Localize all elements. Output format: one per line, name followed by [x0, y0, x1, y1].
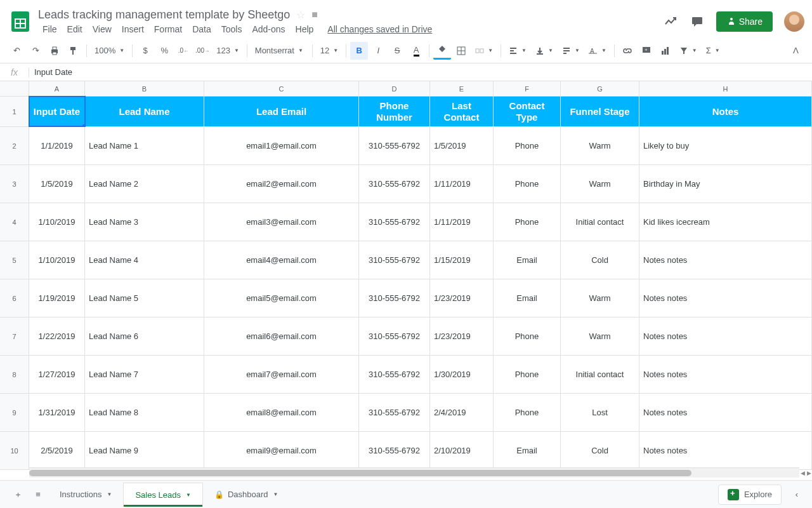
paint-format-button[interactable] — [65, 42, 82, 60]
cell[interactable]: email7@email.com — [204, 356, 359, 393]
row-header-1[interactable]: 1 — [0, 97, 29, 126]
tab-dashboard[interactable]: 🔒Dashboard▼ — [203, 483, 290, 507]
cell[interactable]: 310-555-6792 — [359, 432, 430, 469]
functions-dropdown[interactable]: Σ▼ — [702, 46, 724, 55]
cell-C1[interactable]: Lead Email — [204, 97, 359, 126]
cell[interactable]: Lead Name 6 — [85, 318, 204, 355]
cell[interactable]: Warm — [561, 165, 639, 203]
menu-insert[interactable]: Insert — [117, 23, 148, 36]
font-dropdown[interactable]: Montserrat▼ — [251, 46, 308, 55]
zoom-dropdown[interactable]: 100%▼ — [91, 46, 128, 55]
tab-sales-leads[interactable]: Sales Leads▼ — [123, 483, 202, 507]
row-header[interactable]: 8 — [0, 356, 29, 393]
insert-chart-button[interactable] — [657, 42, 674, 60]
font-size-dropdown[interactable]: 12▼ — [317, 46, 342, 55]
cell[interactable]: 1/27/2019 — [29, 356, 85, 393]
sheets-logo[interactable] — [8, 9, 33, 34]
col-header-C[interactable]: C — [204, 81, 359, 96]
cell[interactable]: Likely to buy — [639, 127, 812, 164]
move-folder-icon[interactable]: ■ — [311, 9, 318, 20]
cell[interactable]: Warm — [561, 279, 639, 317]
explore-button[interactable]: Explore — [718, 485, 782, 505]
cell[interactable]: 310-555-6792 — [359, 241, 430, 279]
cell[interactable]: email6@email.com — [204, 318, 359, 355]
cell[interactable]: 310-555-6792 — [359, 279, 430, 317]
text-rotation-dropdown[interactable]: A▼ — [585, 46, 610, 55]
account-avatar[interactable] — [784, 11, 804, 32]
strikethrough-button[interactable]: S — [388, 42, 406, 60]
cell[interactable]: Notes notes — [639, 432, 812, 469]
cell[interactable]: Phone — [494, 356, 561, 393]
col-header-G[interactable]: G — [561, 81, 639, 96]
share-button[interactable]: Share — [716, 11, 773, 32]
collapse-toolbar-button[interactable]: ᐱ — [787, 42, 804, 60]
cell[interactable]: Phone — [494, 203, 561, 241]
menu-file[interactable]: File — [38, 23, 62, 36]
cell[interactable]: 310-555-6792 — [359, 165, 430, 203]
col-header-A[interactable]: A — [29, 81, 85, 96]
cell[interactable]: 1/23/2019 — [430, 279, 494, 317]
text-color-button[interactable]: A — [407, 42, 425, 60]
select-all-corner[interactable] — [0, 81, 29, 96]
cell[interactable]: Warm — [561, 318, 639, 355]
cell[interactable]: Notes notes — [639, 279, 812, 317]
cell[interactable]: 310-555-6792 — [359, 356, 430, 393]
row-header[interactable]: 9 — [0, 394, 29, 431]
bold-button[interactable]: B — [350, 42, 368, 60]
currency-button[interactable]: $ — [136, 42, 154, 60]
cell[interactable]: 1/5/2019 — [29, 165, 85, 203]
cell[interactable]: Email — [494, 279, 561, 317]
menu-format[interactable]: Format — [150, 23, 187, 36]
cell[interactable]: Cold — [561, 432, 639, 469]
menu-view[interactable]: View — [88, 23, 116, 36]
add-sheet-button[interactable]: ＋ — [8, 485, 28, 505]
menu-edit[interactable]: Edit — [63, 23, 87, 36]
comments-icon[interactable] — [690, 14, 705, 29]
cell[interactable]: Notes notes — [639, 241, 812, 279]
star-icon[interactable]: ☆ — [296, 9, 305, 21]
cell[interactable]: Email — [494, 241, 561, 279]
number-format-dropdown[interactable]: 123▼ — [213, 46, 243, 55]
row-header[interactable]: 2 — [0, 127, 29, 164]
cell[interactable]: Kid likes icecream — [639, 203, 812, 241]
cell[interactable]: Email — [494, 432, 561, 469]
cell[interactable]: email1@email.com — [204, 127, 359, 164]
borders-button[interactable] — [452, 42, 470, 60]
italic-button[interactable]: I — [369, 42, 387, 60]
tab-instructions[interactable]: Instructions▼ — [48, 483, 123, 507]
cell[interactable]: 1/19/2019 — [29, 279, 85, 317]
cell[interactable]: 1/10/2019 — [29, 203, 85, 241]
cell[interactable]: 310-555-6792 — [359, 203, 430, 241]
cell[interactable]: 1/30/2019 — [430, 356, 494, 393]
cell[interactable]: 1/23/2019 — [430, 318, 494, 355]
col-header-F[interactable]: F — [494, 81, 561, 96]
all-sheets-button[interactable]: ≡ — [28, 485, 48, 505]
undo-button[interactable]: ↶ — [8, 42, 25, 60]
cell[interactable]: Lead Name 1 — [85, 127, 204, 164]
row-header[interactable]: 3 — [0, 165, 29, 203]
cell[interactable]: 2/4/2019 — [430, 394, 494, 431]
cell[interactable]: 2/10/2019 — [430, 432, 494, 469]
row-header[interactable]: 10 — [0, 432, 29, 469]
cell-G1[interactable]: Funnel Stage — [561, 97, 639, 126]
menu-addons[interactable]: Add-ons — [247, 23, 289, 36]
cell[interactable]: Initial contact — [561, 203, 639, 241]
cell[interactable]: Phone — [494, 165, 561, 203]
cell[interactable]: Cold — [561, 241, 639, 279]
activity-icon[interactable] — [663, 14, 678, 29]
cell[interactable]: Phone — [494, 318, 561, 355]
text-wrap-dropdown[interactable]: ▼ — [558, 46, 584, 55]
cell[interactable]: Phone — [494, 394, 561, 431]
cell[interactable]: Notes notes — [639, 394, 812, 431]
col-header-B[interactable]: B — [85, 81, 204, 96]
cell[interactable]: email5@email.com — [204, 279, 359, 317]
redo-button[interactable]: ↷ — [27, 42, 44, 60]
cell[interactable]: Lead Name 5 — [85, 279, 204, 317]
row-header[interactable]: 4 — [0, 203, 29, 241]
insert-link-button[interactable] — [619, 42, 636, 60]
menu-data[interactable]: Data — [188, 23, 216, 36]
print-button[interactable] — [46, 42, 63, 60]
cell-D1[interactable]: Phone Number — [359, 97, 430, 126]
filter-dropdown[interactable]: ▼ — [676, 46, 701, 55]
cell[interactable]: 1/5/2019 — [430, 127, 494, 164]
